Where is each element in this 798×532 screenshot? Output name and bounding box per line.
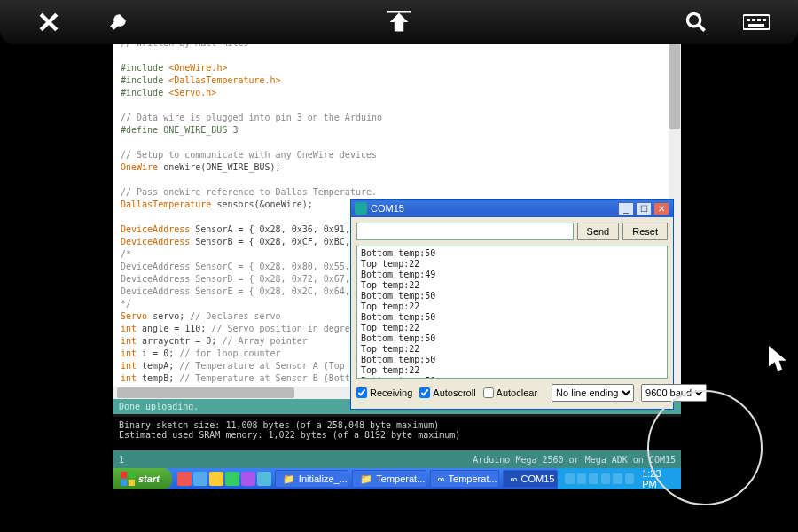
svg-rect-2 — [747, 19, 750, 21]
svg-rect-10 — [129, 480, 135, 486]
autoclear-checkbox[interactable]: Autoclear — [483, 387, 537, 398]
code-token: tempB; — [137, 373, 179, 383]
serial-line: Bottom temp:49 — [361, 270, 663, 280]
code-token: int — [121, 348, 137, 358]
compiler-output: Binary sketch size: 11,008 bytes (of a 2… — [113, 417, 681, 450]
wrench-icon[interactable] — [105, 9, 131, 35]
ql-icon[interactable] — [225, 472, 239, 486]
ql-icon[interactable] — [193, 472, 207, 486]
keyboard-icon[interactable] — [743, 9, 770, 35]
code-line: */ — [121, 299, 131, 309]
taskbar-item[interactable]: 📁 Initialize_... — [275, 470, 348, 488]
svg-point-0 — [687, 13, 700, 26]
tray-icon[interactable] — [565, 473, 574, 484]
ql-icon[interactable] — [257, 472, 271, 486]
svg-rect-3 — [752, 19, 755, 21]
close-icon[interactable] — [35, 9, 62, 35]
send-button[interactable]: Send — [577, 223, 620, 240]
code-line: // Data wire is plugged into pin 3 on th… — [121, 113, 382, 122]
tray-icon[interactable] — [589, 473, 598, 484]
code-line: // Pass oneWire reference to Dallas Temp… — [121, 187, 377, 197]
minimize-button[interactable]: _ — [618, 202, 634, 215]
code-token: oneWire(ONE_WIRE_BUS); — [158, 162, 280, 172]
code-token: Servo — [121, 311, 147, 321]
svg-rect-5 — [763, 19, 766, 21]
code-token: int — [121, 336, 137, 346]
svg-rect-4 — [757, 19, 761, 21]
serial-line: Top temp:22 — [361, 344, 663, 355]
board-info: Arduino Mega 2560 or Mega ADK on COM15 — [473, 455, 676, 465]
serial-send-input[interactable] — [356, 223, 574, 240]
taskbar-item[interactable]: ∞ Temperat... — [430, 470, 499, 488]
close-button[interactable]: ✕ — [653, 202, 669, 215]
code-line: /* — [121, 249, 131, 259]
search-icon[interactable] — [683, 9, 709, 35]
code-token: int — [121, 324, 137, 333]
code-token: <OneWire.h> — [163, 63, 227, 73]
start-button[interactable]: start — [113, 468, 172, 489]
tray-icon[interactable] — [601, 473, 610, 484]
tray-icon[interactable] — [625, 473, 634, 484]
code-token: #include — [121, 63, 163, 73]
code-token: #include — [121, 88, 163, 98]
ql-icon[interactable] — [209, 472, 223, 486]
upload-icon[interactable] — [386, 9, 412, 35]
serial-line: Top temp:22 — [361, 323, 663, 333]
cursor-icon — [768, 346, 787, 378]
ql-icon[interactable] — [177, 472, 192, 486]
code-token: DallasTemperature — [121, 200, 211, 209]
tray-icon[interactable] — [613, 473, 622, 484]
remote-touch-ring — [647, 390, 763, 505]
svg-rect-1 — [743, 15, 770, 29]
serial-app-icon — [355, 202, 367, 215]
svg-rect-7 — [121, 472, 127, 478]
code-token: i = 0; — [137, 348, 179, 358]
serial-line: Bottom temp:50 — [361, 248, 663, 259]
code-token: <Servo.h> — [163, 88, 216, 98]
maximize-button[interactable]: ☐ — [636, 202, 652, 215]
serial-line: Top temp:22 — [361, 365, 663, 376]
serial-title-text: COM15 — [371, 203, 404, 214]
code-token: // Declares servo — [190, 311, 280, 321]
code-line: #define ONE_WIRE_BUS 3 — [121, 125, 238, 135]
code-token: // Array pointer — [222, 336, 307, 346]
code-token: DeviceAddress — [121, 224, 190, 234]
code-token: sensors(&oneWire); — [211, 200, 312, 209]
autoscroll-checkbox[interactable]: Autoscroll — [419, 387, 475, 398]
code-token: OneWire — [121, 162, 158, 172]
code-token: int — [121, 373, 137, 383]
receiving-checkbox[interactable]: Receiving — [356, 387, 412, 398]
code-line: // Setup to communicate with any OneWire… — [121, 150, 377, 160]
code-token: servo; — [147, 311, 190, 321]
svg-rect-8 — [129, 472, 135, 478]
serial-line: Bottom temp:50 — [361, 312, 663, 323]
taskbar-item[interactable]: 📁 Temperat... — [352, 470, 426, 488]
serial-line: Top temp:22 — [361, 280, 663, 291]
code-token: tempA; — [137, 361, 179, 371]
ql-icon[interactable] — [241, 472, 255, 486]
line-ending-select[interactable]: No line ending — [552, 384, 634, 402]
quick-launch — [177, 472, 271, 486]
line-number: 1 — [119, 455, 124, 465]
serial-line: Top temp:22 — [361, 259, 663, 270]
code-token: #include — [121, 75, 163, 85]
output-line: Estimated used SRAM memory: 1,022 bytes … — [119, 430, 460, 440]
output-line: Binary sketch size: 11,008 bytes (of a 2… — [119, 420, 439, 430]
serial-line: Bottom temp:50 — [361, 355, 663, 365]
serial-monitor-window: COM15 _ ☐ ✕ Send Reset Bottom temp:50Top… — [350, 199, 674, 410]
serial-line: Top temp:22 — [361, 301, 663, 312]
serial-line: Bottom temp:50 — [361, 333, 663, 344]
windows-taskbar: start 📁 Initialize_... 📁 Temperat... ∞ T… — [113, 468, 681, 489]
remote-toolbar — [0, 0, 798, 44]
svg-rect-6 — [748, 24, 764, 27]
taskbar-item-active[interactable]: ∞ COM15 — [503, 470, 559, 488]
serial-titlebar[interactable]: COM15 _ ☐ ✕ — [351, 200, 673, 217]
code-token: int — [121, 361, 137, 371]
tray-icon[interactable] — [577, 473, 586, 484]
code-token: arraycntr = 0; — [137, 336, 222, 346]
serial-output[interactable]: Bottom temp:50Top temp:22Bottom temp:49T… — [356, 246, 668, 379]
code-token: // for loop counter — [179, 348, 280, 358]
windows-logo-icon — [121, 472, 135, 486]
reset-button[interactable]: Reset — [622, 223, 668, 240]
code-token: angle = 110; — [137, 324, 211, 333]
